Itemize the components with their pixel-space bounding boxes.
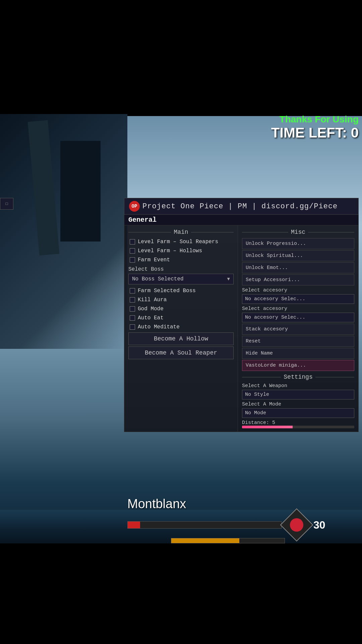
- unlock-emot-button[interactable]: Unlock Emot...: [242, 262, 354, 273]
- label-hollows: Level Farm – Hollows: [138, 248, 202, 254]
- main-section-title: Main: [174, 229, 188, 235]
- stamina-bar-row: [0, 538, 362, 543]
- checkbox-row-hollows[interactable]: Level Farm – Hollows: [128, 247, 234, 255]
- stamina-fill: [171, 538, 239, 543]
- stack-accessory-button[interactable]: Stack accesory: [242, 324, 354, 335]
- health-fill: [128, 522, 140, 528]
- top-hud: Thanks For Using TIME LEFT: 0: [178, 114, 362, 141]
- settings-section-title: Settings: [284, 374, 312, 380]
- level-badge: 30: [313, 519, 325, 531]
- label-god-mode: God Mode: [138, 306, 164, 312]
- label-auto-eat: Auto Eat: [138, 315, 164, 321]
- checkbox-kill-aura[interactable]: [130, 297, 135, 303]
- mode-value: No Mode: [245, 410, 266, 416]
- settings-line-right: [315, 377, 354, 377]
- health-bar-container: [127, 521, 282, 529]
- checkbox-row-farm-event[interactable]: Farm Event: [128, 256, 234, 264]
- unlock-progression-button[interactable]: Unlock Progressio...: [242, 238, 354, 249]
- distance-fill: [242, 426, 293, 428]
- health-bar-row: 30: [0, 513, 362, 537]
- dropdown-arrow-icon: ▼: [227, 276, 230, 282]
- misc-section-title: Misc: [291, 229, 305, 235]
- weapon-value: No Style: [245, 392, 269, 397]
- reset-button[interactable]: Reset: [242, 336, 354, 347]
- misc-line-right: [308, 232, 354, 232]
- weapon-dropdown[interactable]: No Style: [242, 390, 354, 399]
- distance-row: Distance: 5: [242, 420, 354, 426]
- small-indicator-box: □: [0, 198, 13, 210]
- main-ui-panel: OP Project One Piece | PM | discord.gg/P…: [124, 198, 359, 432]
- panel-body: Main Level Farm – Soul Reapers Level Far…: [124, 225, 359, 432]
- checkbox-farm-event[interactable]: [130, 257, 135, 263]
- label-kill-aura: Kill Aura: [138, 297, 167, 303]
- checkbox-row-god-mode[interactable]: God Mode: [128, 305, 234, 313]
- panel-title: Project One Piece | PM | discord.gg/Piec…: [142, 202, 338, 211]
- checkbox-row-auto-meditate[interactable]: Auto Meditate: [128, 323, 234, 331]
- checkbox-row-auto-eat[interactable]: Auto Eat: [128, 314, 234, 322]
- label-farm-event: Farm Event: [138, 257, 170, 263]
- misc-line-left: [242, 232, 288, 232]
- select-accessory-label2: Select accesory: [242, 306, 354, 312]
- panel-logo: OP: [129, 201, 140, 212]
- section-line-right: [191, 232, 234, 232]
- accessory1-value: No accesory Selec...: [245, 296, 305, 302]
- left-column: Main Level Farm – Soul Reapers Level Far…: [124, 225, 238, 432]
- checkbox-hollows[interactable]: [130, 248, 135, 254]
- accessory2-value: No accesory Selec...: [245, 315, 305, 320]
- checkbox-soul-reapers[interactable]: [130, 239, 135, 245]
- top-black-bar: [0, 0, 362, 114]
- checkbox-god-mode[interactable]: [130, 306, 135, 312]
- time-left-label: TIME LEFT: 0: [178, 125, 359, 141]
- section-line-left: [128, 232, 171, 232]
- player-name: Montblanx: [0, 497, 362, 511]
- checkbox-row-farm-boss[interactable]: Farm Selected Boss: [128, 287, 234, 294]
- avatar-diamond: [280, 508, 313, 542]
- tab-bar[interactable]: General: [124, 215, 359, 225]
- boss-selected-value: No Boss Selected: [132, 276, 184, 282]
- main-section-header: Main: [128, 229, 234, 235]
- structure-left2: [60, 141, 101, 241]
- boss-dropdown[interactable]: No Boss Selected ▼: [128, 274, 234, 284]
- unlock-spiritual-button[interactable]: Unlock Spiritual...: [242, 250, 354, 261]
- stamina-bar-container: [171, 538, 285, 543]
- become-soul-reaper-button[interactable]: Become A Soul Reaper: [128, 346, 234, 359]
- checkbox-auto-eat[interactable]: [130, 315, 135, 321]
- bottom-hud: Montblanx 30: [0, 497, 362, 543]
- become-hollow-button[interactable]: Become A Hollow: [128, 332, 234, 345]
- checkbox-auto-meditate[interactable]: [130, 324, 135, 330]
- mode-label: Select A Mode: [242, 401, 354, 407]
- accessory-dropdown-1[interactable]: No accesory Selec...: [242, 294, 354, 304]
- settings-section: Settings Select A Weapon No Style Select…: [242, 374, 354, 428]
- settings-section-header: Settings: [242, 374, 354, 380]
- right-column: Misc Unlock Progressio... Unlock Spiritu…: [238, 225, 359, 432]
- select-boss-label: Select Boss: [128, 266, 234, 272]
- mode-dropdown[interactable]: No Mode: [242, 408, 354, 418]
- select-accessory-label1: Select accesory: [242, 287, 354, 293]
- checkbox-farm-boss[interactable]: [130, 288, 135, 293]
- label-auto-meditate: Auto Meditate: [138, 324, 180, 330]
- label-farm-boss: Farm Selected Boss: [138, 288, 196, 294]
- accessory-dropdown-2[interactable]: No accesory Selec...: [242, 313, 354, 322]
- hide-name-button[interactable]: Hide Name: [242, 348, 354, 359]
- weapon-label: Select A Weapon: [242, 383, 354, 389]
- misc-section-header: Misc: [242, 229, 354, 235]
- avatar-inner: [290, 518, 303, 532]
- vasto-button[interactable]: VastoLorde miniga...: [242, 360, 354, 371]
- scene-ground: [0, 543, 362, 644]
- settings-line-left: [242, 377, 281, 377]
- checkbox-row-soul-reapers[interactable]: Level Farm – Soul Reapers: [128, 238, 234, 246]
- label-soul-reapers: Level Farm – Soul Reapers: [138, 239, 218, 245]
- distance-label: Distance: 5: [242, 420, 275, 426]
- panel-header: OP Project One Piece | PM | discord.gg/P…: [124, 198, 359, 215]
- tab-general[interactable]: General: [128, 216, 157, 224]
- distance-bar[interactable]: [242, 426, 354, 428]
- thanks-text: Thanks For Using: [178, 114, 359, 125]
- setup-accessory-button[interactable]: Setup Accessori...: [242, 274, 354, 285]
- checkbox-row-kill-aura[interactable]: Kill Aura: [128, 296, 234, 304]
